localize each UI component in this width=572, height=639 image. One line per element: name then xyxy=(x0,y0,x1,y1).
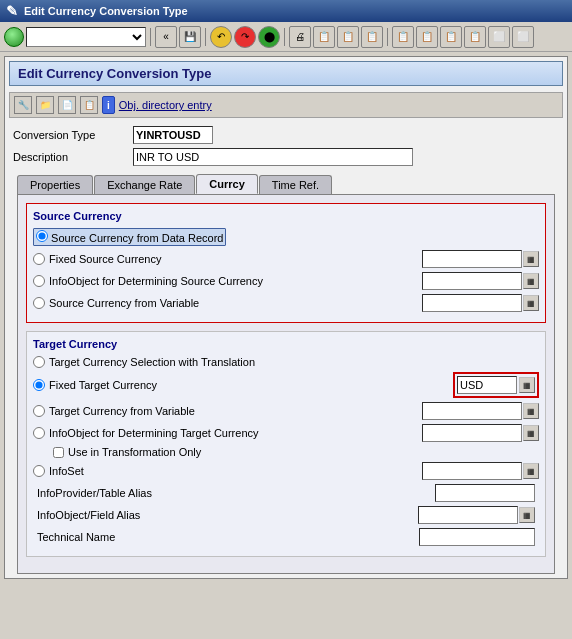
technical-name-label: Technical Name xyxy=(37,531,237,543)
infoobject-source-input-group: ▦ xyxy=(422,272,539,290)
panel-title: Edit Currency Conversion Type xyxy=(9,61,563,86)
tab-properties[interactable]: Properties xyxy=(17,175,93,194)
tab-time-ref[interactable]: Time Ref. xyxy=(259,175,332,194)
infoobject-field-input[interactable] xyxy=(418,506,518,524)
use-transformation-label: Use in Transformation Only xyxy=(68,446,201,458)
infoset-browse-btn[interactable]: ▦ xyxy=(523,463,539,479)
radio-variable-source-row: Source Currency from Variable ▦ xyxy=(33,294,539,312)
infoobject-target-input[interactable] xyxy=(422,424,522,442)
radio-fixed-target-label: Fixed Target Currency xyxy=(49,379,157,391)
radio-fixed-source[interactable] xyxy=(33,253,45,265)
tgt-variable-input-group: ▦ xyxy=(422,402,539,420)
toolbar-icon2[interactable]: 📁 xyxy=(36,96,54,114)
toolbar-dropdown[interactable] xyxy=(26,27,146,47)
variable-source-browse-btn[interactable]: ▦ xyxy=(523,295,539,311)
description-row: Description xyxy=(9,148,563,166)
description-label: Description xyxy=(13,151,133,163)
infoobject-target-browse-btn[interactable]: ▦ xyxy=(523,425,539,441)
radio-tgt-variable-label: Target Currency from Variable xyxy=(49,405,195,417)
info-button[interactable]: i xyxy=(102,96,115,114)
infoobject-field-browse-btn[interactable]: ▦ xyxy=(519,507,535,523)
use-transformation-checkbox[interactable] xyxy=(53,447,64,458)
infoprovider-row: InfoProvider/Table Alias xyxy=(33,484,539,502)
title-icon: ✎ xyxy=(6,3,18,19)
infoset-input[interactable] xyxy=(422,462,522,480)
main-toolbar: « 💾 ↶ ↷ ⬤ 🖨 📋 📋 📋 📋 📋 📋 📋 ⬜ ⬜ xyxy=(0,22,572,52)
copy-button1[interactable]: 📋 xyxy=(313,26,335,48)
radio-fixed-target[interactable] xyxy=(33,379,45,391)
radio-fixed-target-row: Fixed Target Currency ▦ xyxy=(33,372,539,398)
toolbar-icon4[interactable]: 📋 xyxy=(80,96,98,114)
radio-infoset[interactable] xyxy=(33,465,45,477)
source-currency-title: Source Currency xyxy=(33,210,539,222)
infoprovider-input-group xyxy=(435,484,535,502)
button3[interactable]: ⬤ xyxy=(258,26,280,48)
radio-fixed-source-row: Fixed Source Currency ▦ xyxy=(33,250,539,268)
source-currency-section: Source Currency Source Currency from Dat… xyxy=(26,203,546,323)
tb-btn7[interactable]: 📋 xyxy=(440,26,462,48)
save-button[interactable]: 💾 xyxy=(179,26,201,48)
infoset-input-group: ▦ xyxy=(422,462,539,480)
radio-variable-source-label: Source Currency from Variable xyxy=(49,297,199,309)
undo-button[interactable]: ↶ xyxy=(210,26,232,48)
infoprovider-input[interactable] xyxy=(435,484,535,502)
fixed-source-input-group: ▦ xyxy=(422,250,539,268)
infoobject-target-input-group: ▦ xyxy=(422,424,539,442)
infoobject-source-browse-btn[interactable]: ▦ xyxy=(523,273,539,289)
technical-name-input[interactable] xyxy=(419,528,535,546)
fixed-target-browse-btn[interactable]: ▦ xyxy=(519,377,535,393)
target-currency-section: Target Currency Target Currency Selectio… xyxy=(26,331,546,557)
radio-infoobject-target-row: InfoObject for Determining Target Curren… xyxy=(33,424,539,442)
fixed-source-browse-btn[interactable]: ▦ xyxy=(523,251,539,267)
copy-button2[interactable]: 📋 xyxy=(337,26,359,48)
radio-infoobject-source[interactable] xyxy=(33,275,45,287)
redo-button[interactable]: ↷ xyxy=(234,26,256,48)
infoobject-source-input[interactable] xyxy=(422,272,522,290)
separator-2 xyxy=(205,28,206,46)
tb-btn8[interactable]: 📋 xyxy=(464,26,486,48)
toolbar-icon1[interactable]: 🔧 xyxy=(14,96,32,114)
tgt-variable-browse-btn[interactable]: ▦ xyxy=(523,403,539,419)
radio-fixed-source-label: Fixed Source Currency xyxy=(49,253,162,265)
radio-source-data-record-label: Source Currency from Data Record xyxy=(51,232,223,244)
title-bar: ✎ Edit Currency Conversion Type xyxy=(0,0,572,22)
tab-exchange-rate[interactable]: Exchange Rate xyxy=(94,175,195,194)
toolbar-icon3[interactable]: 📄 xyxy=(58,96,76,114)
radio-source-data-record[interactable] xyxy=(36,230,48,242)
infoset-label: InfoSet xyxy=(49,465,84,477)
conversion-type-row: Conversion Type xyxy=(9,126,563,144)
back-button[interactable]: « xyxy=(155,26,177,48)
tab-currency-content: Source Currency Source Currency from Dat… xyxy=(17,194,555,574)
green-ok-button[interactable] xyxy=(4,27,24,47)
radio-tgt-translation[interactable] xyxy=(33,356,45,368)
variable-source-input[interactable] xyxy=(422,294,522,312)
tb-btn9[interactable]: ⬜ xyxy=(488,26,510,48)
use-in-transformation-row: Use in Transformation Only xyxy=(53,446,539,458)
radio-infoobject-target-label: InfoObject for Determining Target Curren… xyxy=(49,427,259,439)
tb-btn6[interactable]: 📋 xyxy=(416,26,438,48)
main-content: Edit Currency Conversion Type 🔧 📁 📄 📋 i … xyxy=(0,52,572,583)
radio-tgt-variable[interactable] xyxy=(33,405,45,417)
conversion-type-input[interactable] xyxy=(133,126,213,144)
fixed-source-input[interactable] xyxy=(422,250,522,268)
radio-infoobject-source-row: InfoObject for Determining Source Curren… xyxy=(33,272,539,290)
description-input[interactable] xyxy=(133,148,413,166)
main-panel: Edit Currency Conversion Type 🔧 📁 📄 📋 i … xyxy=(4,56,568,579)
print-button[interactable]: 🖨 xyxy=(289,26,311,48)
copy-button3[interactable]: 📋 xyxy=(361,26,383,48)
fixed-target-highlight: ▦ xyxy=(453,372,539,398)
infoobject-field-row: InfoObject/Field Alias ▦ xyxy=(33,506,539,524)
tab-currency[interactable]: Currcy xyxy=(196,174,257,194)
inner-toolbar: 🔧 📁 📄 📋 i Obj. directory entry xyxy=(9,92,563,118)
infoprovider-label: InfoProvider/Table Alias xyxy=(37,487,237,499)
variable-source-input-group: ▦ xyxy=(422,294,539,312)
fixed-target-input[interactable] xyxy=(457,376,517,394)
infoobject-field-label: InfoObject/Field Alias xyxy=(37,509,237,521)
tb-btn10[interactable]: ⬜ xyxy=(512,26,534,48)
radio-variable-source[interactable] xyxy=(33,297,45,309)
tgt-variable-input[interactable] xyxy=(422,402,522,420)
tb-btn5[interactable]: 📋 xyxy=(392,26,414,48)
radio-tgt-translation-label: Target Currency Selection with Translati… xyxy=(49,356,255,368)
radio-infoobject-target[interactable] xyxy=(33,427,45,439)
target-currency-title: Target Currency xyxy=(33,338,539,350)
